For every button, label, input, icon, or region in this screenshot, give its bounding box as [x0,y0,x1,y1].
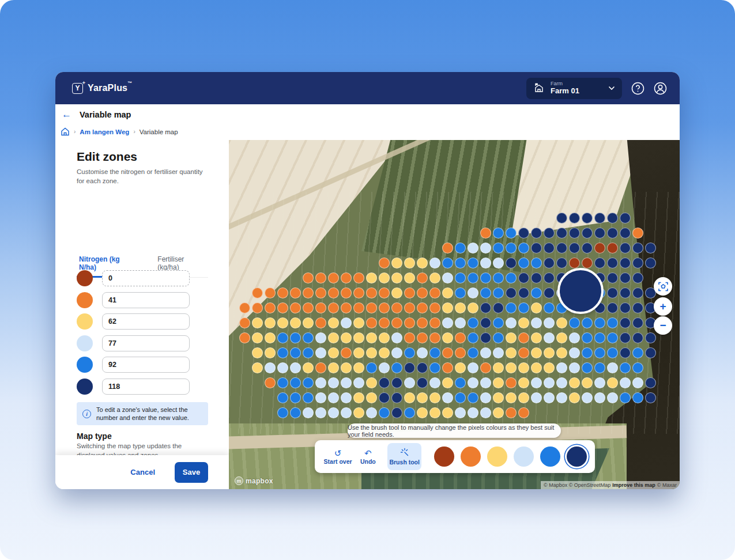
zone-dot[interactable] [455,258,466,268]
zone-dot[interactable] [455,392,466,403]
zone-dot[interactable] [645,377,656,388]
zone-dot[interactable] [303,332,314,343]
zone-dot[interactable] [556,347,567,358]
zone-dot[interactable] [353,317,364,328]
zone-dot[interactable] [468,392,478,403]
zone-dot[interactable] [328,273,339,283]
zone-dot[interactable] [506,243,517,253]
palette-colour-4[interactable] [540,447,560,467]
zone-dot[interactable] [607,273,618,283]
zone-dot[interactable] [607,287,618,298]
zone-dot[interactable] [607,228,618,239]
zone-dot[interactable] [429,258,440,268]
zone-dot[interactable] [594,332,605,343]
zone-dot[interactable] [277,362,288,373]
map-canvas[interactable]: + − Use the brush tool to manually chang… [229,140,680,489]
zone-dot[interactable] [379,347,390,358]
zone-dot[interactable] [569,213,580,224]
zone-dot[interactable] [569,362,580,373]
zone-dot[interactable] [315,332,326,343]
zone-dot[interactable] [429,362,440,373]
zone-dot[interactable] [620,302,631,313]
zone-dot[interactable] [506,347,517,358]
save-button[interactable]: Save [175,462,208,483]
zone-dot[interactable] [417,377,428,388]
zone-dot[interactable] [506,377,517,388]
zone-dot[interactable] [594,362,605,373]
zone-dot[interactable] [429,332,440,343]
zone-dot[interactable] [531,302,542,313]
zone-dot[interactable] [531,377,542,388]
zone-dot[interactable] [341,332,352,343]
zone-dot[interactable] [366,332,377,343]
zone-dot[interactable] [455,273,466,283]
zone-dot[interactable] [556,392,567,403]
zone-dot[interactable] [544,258,555,268]
zone-dot[interactable] [429,347,440,358]
zone-dot[interactable] [493,273,504,283]
zone-dot[interactable] [480,407,491,418]
zone-dot[interactable] [341,302,352,313]
zone-dot[interactable] [531,287,542,298]
zone-dot[interactable] [455,362,466,373]
zone-dot[interactable] [556,228,567,239]
zone-dot[interactable] [645,392,656,403]
zone-dot[interactable] [531,317,542,328]
zone-dot[interactable] [239,302,250,313]
palette-colour-0[interactable] [434,447,454,467]
zone-dot[interactable] [607,243,618,253]
zone-dot[interactable] [303,302,314,313]
zone-dot[interactable] [556,377,567,388]
zone-dot[interactable] [468,377,478,388]
zone-dot[interactable] [620,332,631,343]
zone-dot[interactable] [379,407,390,418]
zone-dot[interactable] [607,213,618,224]
zone-dot[interactable] [417,332,428,343]
zone-dot[interactable] [480,392,491,403]
zone-dot[interactable] [366,362,377,373]
zone-dot[interactable] [391,273,402,283]
zone-dot[interactable] [341,407,352,418]
cancel-button[interactable]: Cancel [130,468,155,476]
zone-dot[interactable] [417,273,428,283]
zone-dot[interactable] [404,258,415,268]
zone-dot[interactable] [569,243,580,253]
zone-dot[interactable] [620,317,631,328]
zone-dot[interactable] [632,392,643,403]
zone-dot[interactable] [632,317,643,328]
zone-dot[interactable] [442,332,453,343]
zone-dot[interactable] [429,407,440,418]
zone-dot[interactable] [620,213,631,224]
zone-dot[interactable] [277,392,288,403]
zone-dot[interactable] [328,392,339,403]
zone-dot[interactable] [341,392,352,403]
zone-dot[interactable] [455,243,466,253]
zone-dot[interactable] [506,407,517,418]
zone-dot[interactable] [556,332,567,343]
zone-dot[interactable] [455,347,466,358]
zone-dot[interactable] [632,377,643,388]
zone-dot[interactable] [265,332,276,343]
zone-dot[interactable] [556,213,567,224]
zone-dot[interactable] [442,258,453,268]
improve-map-link[interactable]: Improve this map [612,482,655,488]
zone-dot[interactable] [620,287,631,298]
zone-dot[interactable] [315,347,326,358]
zone-dot[interactable] [493,228,504,239]
zone-dot[interactable] [632,302,643,313]
zone-dot[interactable] [252,287,263,298]
zone-dot[interactable] [303,273,314,283]
zone-dot[interactable] [480,243,491,253]
zone-dot[interactable] [506,302,517,313]
zone-dot[interactable] [556,243,567,253]
zone-dot[interactable] [366,347,377,358]
zone-dot[interactable] [290,347,301,358]
zone-dot[interactable] [480,258,491,268]
zone-dot[interactable] [379,332,390,343]
zone-dot[interactable] [353,392,364,403]
zone-dot[interactable] [518,332,529,343]
zone-dot[interactable] [379,362,390,373]
zone-dot[interactable] [544,332,555,343]
zone-dot[interactable] [544,273,555,283]
zone-dot[interactable] [379,273,390,283]
